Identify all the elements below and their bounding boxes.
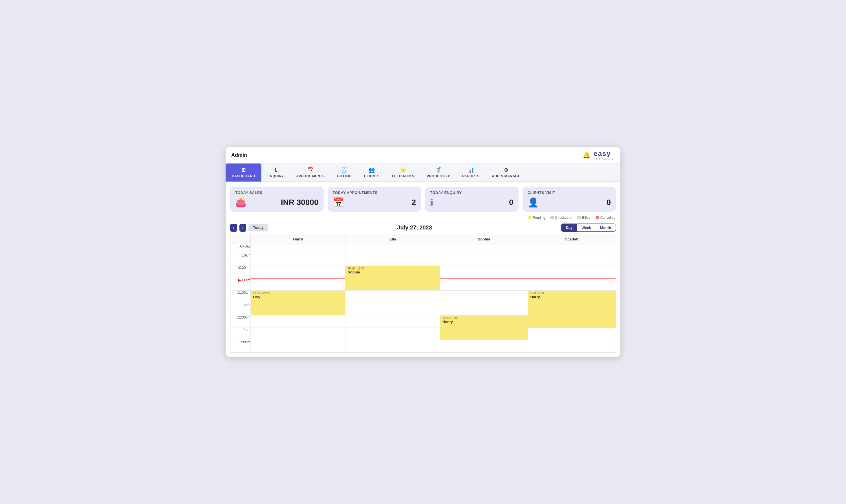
cal-cell-10am-sophia[interactable]	[440, 253, 528, 266]
appt-time: 11:30 - 12:30	[253, 292, 343, 295]
nav-item-feedbacks[interactable]: ⭐FEEDBACKS	[386, 163, 421, 182]
nav-item-billing[interactable]: 🧾BILLING	[331, 163, 358, 182]
bell-icon[interactable]: 🔔	[583, 151, 590, 159]
cal-cell-11am-scarlett[interactable]	[528, 278, 616, 291]
allday-cell-scarlett	[528, 245, 616, 253]
cal-cell-1030am-scarlett[interactable]	[528, 266, 616, 278]
time-row-10am: 10am	[230, 253, 616, 266]
stat-card-clients-visit: CLIENTS VISIT 👤 0	[523, 186, 616, 212]
appt-time: 12:30 - 1:30	[530, 292, 613, 295]
cal-cell-1030am-garry[interactable]	[251, 266, 346, 278]
cal-cell-1030am-sophia[interactable]	[440, 266, 528, 278]
appt-time: 12:30 - 1:30	[442, 317, 525, 320]
nav-icon-products: 🥤	[435, 167, 442, 173]
cal-cell-1130am-ella[interactable]	[346, 291, 440, 303]
cal-cell-11am-sophia[interactable]	[440, 278, 528, 291]
cal-cell-130pm-garry[interactable]	[251, 340, 346, 353]
appt-client: Sophia	[348, 270, 438, 274]
col-header-garry: Garry	[251, 234, 346, 245]
allday-cell-garry	[251, 245, 346, 253]
cal-cell-1130am-sophia[interactable]	[440, 291, 528, 303]
col-header-time	[230, 234, 251, 245]
view-btn-week[interactable]: Week	[577, 224, 596, 231]
nav-label-reports: REPORTS	[462, 174, 480, 178]
time-label-1230pm: 12:30pm	[230, 316, 251, 328]
cal-cell-1030am-ella[interactable]: 10:30 - 11:30 Sophia	[346, 266, 440, 291]
nav-item-reports[interactable]: 📊REPORTS	[456, 163, 486, 182]
view-btn-day[interactable]: Day	[561, 224, 577, 231]
view-btn-month[interactable]: Month	[596, 224, 616, 231]
stat-value-today-appointments: 2	[411, 198, 416, 207]
current-time-indicator: ▶ 11am	[238, 278, 250, 282]
appointment-appt-henry-sophia[interactable]: 12:30 - 1:30 Henry	[440, 316, 528, 340]
appointment-appt-lilly-garry[interactable]: 11:30 - 12:30 Lilly	[251, 291, 345, 315]
stat-icon-today-enquiry: ℹ	[430, 197, 434, 208]
nav-item-dashboard[interactable]: ⊞DASHBOARD	[226, 163, 261, 182]
legend-label: Billed	[582, 216, 590, 220]
legend-row: PendingChecked InBilledCancelled	[226, 215, 620, 221]
legend-dot	[550, 216, 554, 219]
cal-nav-left: ‹ › Today	[230, 224, 268, 232]
nav-label-feedbacks: FEEDBACKS	[392, 174, 414, 178]
cal-cell-1230pm-sophia[interactable]: 12:30 - 1:30 Henry	[440, 316, 528, 340]
stat-card-today-enquiry: TODAY ENQUIRY ℹ 0	[425, 186, 518, 212]
appt-time: 10:30 - 11:30	[348, 267, 438, 270]
time-label-12pm: 12pm	[230, 303, 251, 316]
stat-value-today-sales: INR 30000	[281, 198, 319, 207]
nav-icon-enquiry: ℹ	[275, 167, 277, 173]
cal-cell-10am-scarlett[interactable]	[528, 253, 616, 266]
nav: ⊞DASHBOARDℹENQUIRY📅APPOINTMENTS🧾BILLING👥…	[226, 163, 620, 182]
cal-cell-11am-garry[interactable]	[251, 278, 346, 291]
nav-item-add-manage[interactable]: ⊕ADD & MANAGE	[486, 163, 527, 182]
calendar-wrap: GarryEllaSophiaScarlettAll-Day10am10:30a…	[226, 234, 620, 357]
appt-client: Harry	[530, 295, 613, 299]
cal-cell-1pm-scarlett[interactable]	[528, 328, 616, 340]
nav-item-enquiry[interactable]: ℹENQUIRY	[261, 163, 290, 182]
stat-body-today-enquiry: ℹ 0	[430, 197, 513, 208]
allday-cell-ella	[346, 245, 440, 253]
cal-cell-130pm-sophia[interactable]	[440, 340, 528, 353]
cal-cell-10am-garry[interactable]	[251, 253, 346, 266]
col-header-scarlett: Scarlett	[528, 234, 616, 245]
legend-dot	[596, 216, 599, 219]
today-button[interactable]: Today	[248, 224, 268, 231]
cal-cell-130pm-ella[interactable]	[346, 340, 440, 353]
stat-body-today-sales: 👛 INR 30000	[235, 197, 319, 208]
cal-cell-10am-ella[interactable]	[346, 253, 440, 266]
nav-icon-reports: 📊	[468, 167, 474, 173]
cal-cell-1130am-scarlett[interactable]: 12:30 - 1:30 Harry	[528, 291, 616, 328]
nav-item-products[interactable]: 🥤PRODUCTS ▾	[421, 163, 456, 182]
cal-cell-1pm-garry[interactable]	[251, 328, 346, 340]
stat-icon-clients-visit: 👤	[528, 197, 539, 208]
stats-row: TODAY SALES 👛 INR 30000 TODAY APPOINTMEN…	[226, 182, 620, 215]
time-row-1030am: 10:30am 10:30 - 11:30 Sophia	[230, 266, 616, 278]
stat-body-today-appointments: 📅 2	[333, 197, 416, 208]
nav-label-products: PRODUCTS ▾	[427, 174, 450, 178]
cal-cell-12pm-sophia[interactable]	[440, 303, 528, 316]
prev-button[interactable]: ‹	[230, 224, 237, 232]
nav-item-clients[interactable]: 👥CLIENTS	[358, 163, 386, 182]
app-container: Admin 🔔 easy SOFTWARE ⊞DASHBOARDℹENQUIRY…	[226, 147, 620, 357]
admin-title: Admin	[231, 152, 247, 158]
nav-icon-appointments: 📅	[307, 167, 314, 173]
next-button[interactable]: ›	[240, 224, 246, 232]
cal-cell-1230pm-ella[interactable]	[346, 316, 440, 328]
cal-cell-1130am-garry[interactable]: 11:30 - 12:30 Lilly	[251, 291, 346, 316]
nav-label-dashboard: DASHBOARD	[232, 174, 255, 178]
cal-cell-130pm-scarlett[interactable]	[528, 340, 616, 353]
col-header-ella: Ella	[346, 234, 440, 245]
time-row-1pm: 1pm	[230, 328, 616, 340]
stat-label-clients-visit: CLIENTS VISIT	[528, 191, 611, 195]
legend-label: Pending	[533, 216, 545, 220]
appointment-appt-sophia-ella[interactable]: 10:30 - 11:30 Sophia	[346, 266, 440, 290]
nav-item-appointments[interactable]: 📅APPOINTMENTS	[290, 163, 331, 182]
cal-cell-12pm-ella[interactable]	[346, 303, 440, 316]
appt-client: Henry	[442, 320, 525, 324]
cal-cell-1pm-ella[interactable]	[346, 328, 440, 340]
appointment-appt-harry-scarlett[interactable]: 12:30 - 1:30 Harry	[528, 291, 616, 327]
legend-item-checked-in: Checked In	[550, 216, 572, 220]
cal-cell-1230pm-garry[interactable]	[251, 316, 346, 328]
legend-item-pending: Pending	[528, 216, 545, 220]
nav-icon-dashboard: ⊞	[241, 167, 246, 173]
legend-dot	[577, 216, 581, 219]
